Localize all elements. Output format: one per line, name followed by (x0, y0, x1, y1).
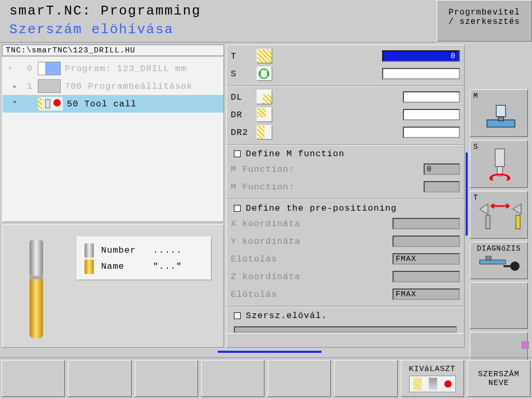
preselect-checkbox[interactable] (234, 312, 241, 319)
mode-line2: / szerkesztés (437, 17, 531, 26)
tool-call-icon (38, 97, 63, 111)
softkey-name-line2: NEVE (488, 379, 509, 388)
tool-number-icon (85, 243, 94, 258)
svg-rect-7 (516, 215, 520, 229)
x-coord-input[interactable] (393, 218, 460, 229)
softkey-1[interactable] (2, 360, 65, 397)
softkey-4[interactable] (201, 360, 264, 397)
title-area: smarT.NC: Programming Szerszám elöhívása (0, 0, 436, 43)
softkey-5[interactable] (268, 360, 331, 397)
m-func1-input[interactable] (424, 163, 460, 175)
tool-change-icon (475, 200, 525, 234)
program-icon (38, 62, 61, 75)
x-coord-label: X koordináta (231, 219, 314, 229)
svg-rect-3 (498, 117, 503, 121)
m-func2-input[interactable] (424, 181, 460, 192)
y-coord-input[interactable] (393, 236, 460, 247)
m-function-checkbox[interactable] (234, 150, 241, 157)
dr2-input[interactable] (403, 127, 460, 138)
tree-row-settings[interactable]: ▹ 1 700 Programbeállítások (3, 77, 223, 95)
feed1-input[interactable] (393, 253, 460, 265)
tree-row-program[interactable]: ▿ 0 Program: 123_DRILL mm (3, 60, 223, 77)
dr-icon[interactable] (257, 107, 272, 122)
program-tree[interactable]: ▿ 0 Program: 123_DRILL mm ▹ 1 700 Progra… (2, 57, 224, 222)
s-input[interactable] (382, 68, 460, 79)
dr2-label: DR2 (231, 128, 257, 137)
softkey-select-label: KIVáLASZT (409, 365, 456, 374)
softkey-tool-name[interactable]: SZERSZÁM NEVE (467, 360, 530, 397)
s-label: S (231, 69, 257, 79)
dr-label: DR (231, 110, 257, 120)
svg-rect-9 (486, 256, 491, 260)
svg-rect-2 (496, 105, 506, 117)
app-title: smarT.NC: Programming (9, 3, 201, 19)
tool-icon[interactable] (257, 49, 272, 63)
softkey-2[interactable] (68, 360, 131, 397)
t-input[interactable]: 0 (382, 50, 460, 62)
sidekey-t[interactable]: T (470, 191, 528, 239)
sidekey-m-label: M (473, 92, 478, 100)
tool-name-icon (85, 259, 94, 274)
mode-indicator[interactable]: Progrmbevitel / szerkesztés (437, 0, 532, 42)
softkey-select[interactable]: KIVáLASZT (401, 360, 464, 397)
tree-label: 700 Programbeállítások (65, 81, 192, 91)
tool-name-value: "..." (153, 262, 182, 271)
feed1-label: Elötolás (231, 254, 314, 264)
file-path: TNC:\smarTNC\123_DRILL.HU (2, 45, 224, 56)
tree-num: 1 (15, 81, 38, 91)
t-label: T (231, 51, 257, 61)
dl-icon[interactable] (257, 90, 272, 104)
m-func1-label: M Function: (231, 164, 314, 174)
diagnosis-icon (478, 256, 522, 274)
machine-icon (483, 101, 519, 132)
sidekey-m[interactable]: M (470, 89, 528, 137)
feed2-input[interactable] (393, 288, 460, 300)
tree-row-toolcall[interactable]: * 50 Tool call (3, 95, 223, 113)
select-icons (409, 376, 456, 392)
spindle-icon[interactable] (257, 66, 272, 81)
preselect-field[interactable] (234, 326, 457, 333)
svg-rect-8 (480, 260, 506, 264)
select-icon-holder (429, 378, 437, 390)
softkey-name-line1: SZERSZÁM (478, 370, 520, 379)
expander-icon[interactable]: ▿ (6, 65, 15, 73)
svg-rect-4 (495, 149, 505, 167)
m-function-check-label: Define M function (246, 149, 344, 159)
header: smarT.NC: Programming Szerszám elöhívása… (0, 0, 532, 43)
tool-number-label: Number (101, 245, 153, 255)
prepos-checkbox[interactable] (234, 205, 241, 212)
expander-icon[interactable]: ▹ (6, 82, 15, 90)
tool-name-label: Name (101, 262, 153, 271)
sidekey-diag-label: DIAGNóZIS (473, 244, 524, 253)
form-panel: T 0 S DL (226, 45, 465, 348)
softkey-3[interactable] (135, 360, 198, 397)
sidekey-diagnosis[interactable]: DIAGNóZIS (470, 242, 528, 279)
softkey-bar: KIVáLASZT SZERSZÁM NEVE (0, 357, 532, 399)
drill-graphic (26, 240, 47, 341)
select-icon-dot (444, 380, 452, 388)
mode-line1: Progrmbevitel (437, 8, 531, 17)
prepos-check-label: Define the pre-positioning (246, 203, 397, 213)
dl-label: DL (231, 92, 257, 102)
z-coord-input[interactable] (393, 271, 460, 282)
tool-number-value: ..... (153, 245, 182, 255)
leaf-icon: * (6, 100, 15, 107)
dr2-icon[interactable] (257, 125, 272, 140)
y-coord-label: Y koordináta (231, 237, 314, 246)
tree-label: Program: 123_DRILL mm (65, 64, 187, 74)
scroll-indicator-vertical[interactable] (466, 153, 468, 236)
sidekey-empty-1[interactable] (470, 282, 528, 329)
svg-point-0 (259, 69, 269, 78)
svg-point-11 (510, 262, 520, 271)
main: TNC:\smarTNC\123_DRILL.HU ▿ 0 Program: 1… (0, 43, 532, 354)
sidekey-s-label: S (473, 143, 478, 151)
softkey-6[interactable] (334, 360, 397, 397)
z-coord-label: Z koordináta (231, 272, 314, 282)
tree-label: 50 Tool call (67, 99, 136, 109)
sidekey-s[interactable]: S (470, 140, 528, 188)
tree-num: 0 (15, 64, 38, 74)
scroll-indicator-horizontal[interactable] (218, 351, 321, 353)
dl-input[interactable] (403, 91, 460, 103)
preselect-check-label: Szersz.elövál. (246, 311, 327, 321)
dr-input[interactable] (403, 109, 460, 120)
